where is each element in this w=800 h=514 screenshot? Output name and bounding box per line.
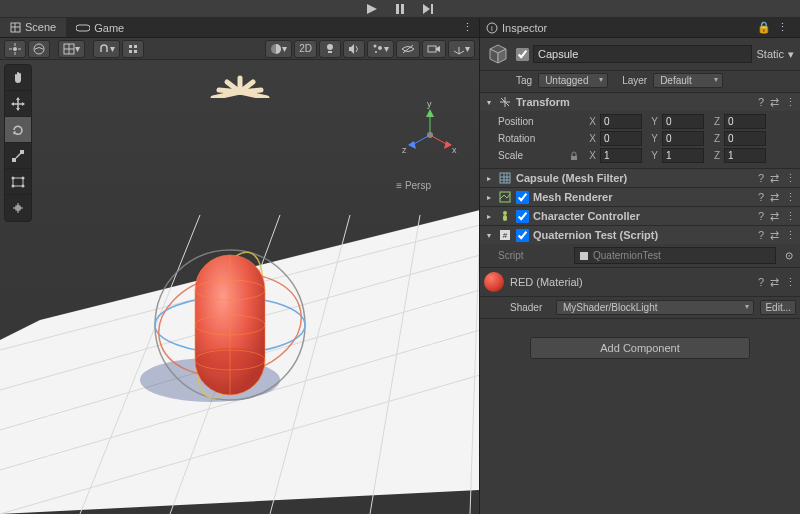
transform-header[interactable]: ▾ Transform ?⇄⋮ — [480, 93, 800, 111]
inspector-menu-icon[interactable]: ⋮ — [771, 21, 794, 34]
rect-tool[interactable] — [5, 169, 31, 195]
transform-tool[interactable] — [5, 195, 31, 221]
rotation-y[interactable] — [662, 131, 704, 146]
tab-game[interactable]: Game — [66, 18, 134, 37]
lighting-button[interactable] — [319, 40, 341, 58]
tab-menu-icon[interactable]: ⋮ — [456, 21, 479, 34]
mesh-renderer-icon — [498, 190, 512, 204]
loading-rays-icon — [205, 62, 275, 98]
step-button[interactable] — [420, 2, 436, 16]
help-icon[interactable]: ? — [758, 96, 764, 109]
position-z[interactable] — [724, 114, 766, 129]
2d-button[interactable]: 2D — [294, 40, 317, 58]
position-x[interactable] — [600, 114, 642, 129]
svg-marker-3 — [423, 4, 430, 14]
svg-text:x: x — [452, 145, 457, 155]
svg-marker-54 — [426, 109, 434, 117]
edit-shader-button[interactable]: Edit... — [760, 300, 796, 315]
gameobject-icon[interactable] — [486, 42, 510, 66]
increment-button[interactable] — [122, 40, 144, 58]
fx-button[interactable]: ▾ — [367, 40, 394, 58]
character-controller-icon — [498, 209, 512, 223]
play-button[interactable] — [364, 2, 380, 16]
menu-icon[interactable]: ⋮ — [785, 96, 796, 109]
quaternion-test-header[interactable]: ▾ # Quaternion Test (Script) ?⇄⋮ — [480, 226, 800, 244]
scale-y[interactable] — [662, 148, 704, 163]
svg-point-9 — [13, 47, 17, 51]
hand-tool[interactable] — [5, 65, 31, 91]
svg-point-25 — [375, 51, 377, 53]
object-active-checkbox[interactable] — [516, 48, 529, 61]
object-name-field[interactable] — [533, 45, 752, 63]
local-button[interactable] — [28, 40, 50, 58]
svg-text:#: # — [503, 231, 508, 240]
rotation-z[interactable] — [724, 131, 766, 146]
projection-label[interactable]: ≡ Persp — [396, 180, 431, 191]
object-picker-icon[interactable]: ⊙ — [782, 250, 796, 261]
audio-button[interactable] — [343, 40, 365, 58]
mesh-filter-header[interactable]: ▸ Capsule (Mesh Filter) ?⇄⋮ — [480, 169, 800, 187]
svg-rect-20 — [129, 50, 132, 53]
transform-icon — [498, 95, 512, 109]
script-icon: # — [498, 228, 512, 242]
hidden-button[interactable] — [396, 40, 420, 58]
svg-rect-80 — [13, 178, 23, 186]
inspector-header: i Inspector 🔒 ⋮ — [480, 18, 800, 38]
tag-label: Tag — [516, 75, 532, 86]
svg-line-57 — [412, 135, 430, 145]
svg-point-82 — [22, 176, 25, 179]
position-y[interactable] — [662, 114, 704, 129]
script-file-icon — [579, 251, 589, 261]
tab-scene[interactable]: Scene — [0, 18, 66, 37]
scale-tool[interactable] — [5, 143, 31, 169]
camera-button[interactable] — [422, 40, 446, 58]
character-controller-checkbox[interactable] — [516, 210, 529, 223]
snap-button[interactable]: ▾ — [93, 40, 120, 58]
scale-lock-icon[interactable] — [568, 151, 580, 161]
object-header: Static ▾ — [480, 38, 800, 71]
tool-palette — [4, 64, 32, 222]
quaternion-test-checkbox[interactable] — [516, 229, 529, 242]
pivot-button[interactable] — [4, 40, 26, 58]
preset-icon[interactable]: ⇄ — [770, 96, 779, 109]
svg-point-23 — [374, 44, 377, 47]
position-label: Position — [484, 116, 564, 127]
scale-z[interactable] — [724, 148, 766, 163]
material-header[interactable]: RED (Material) ?⇄⋮ — [480, 268, 800, 297]
shading-button[interactable]: ▾ — [265, 40, 292, 58]
svg-point-83 — [12, 184, 15, 187]
character-controller-header[interactable]: ▸ Character Controller ?⇄⋮ — [480, 207, 800, 225]
mesh-renderer-checkbox[interactable] — [516, 191, 529, 204]
static-toggle[interactable]: Static ▾ — [756, 48, 794, 61]
mesh-renderer-header[interactable]: ▸ Mesh Renderer ?⇄⋮ — [480, 188, 800, 206]
scale-x[interactable] — [600, 148, 642, 163]
svg-text:y: y — [427, 99, 432, 109]
tag-dropdown[interactable]: Untagged — [538, 73, 608, 88]
svg-rect-8 — [76, 25, 90, 31]
layer-label: Layer — [622, 75, 647, 86]
move-tool[interactable] — [5, 91, 31, 117]
pause-button[interactable] — [392, 2, 408, 16]
rotation-x[interactable] — [600, 131, 642, 146]
svg-rect-77 — [12, 158, 16, 162]
gizmos-button[interactable]: ▾ — [448, 40, 475, 58]
grid-button[interactable]: ▾ — [58, 40, 85, 58]
svg-line-55 — [430, 135, 448, 145]
add-component-button[interactable]: Add Component — [530, 337, 750, 359]
svg-rect-27 — [428, 46, 436, 52]
svg-marker-74 — [11, 102, 14, 106]
svg-rect-2 — [401, 4, 404, 14]
inspector-title: Inspector — [502, 22, 547, 34]
rotate-tool[interactable] — [5, 117, 31, 143]
svg-rect-107 — [580, 252, 588, 260]
svg-marker-58 — [408, 141, 416, 149]
quaternion-test-component: ▾ # Quaternion Test (Script) ?⇄⋮ Script … — [480, 226, 800, 268]
scene-viewport[interactable]: x y z ≡ Persp — [0, 60, 479, 514]
svg-text:i: i — [491, 24, 493, 33]
svg-rect-104 — [503, 215, 507, 221]
svg-rect-96 — [571, 156, 577, 160]
shader-dropdown[interactable]: MyShader/BlockLight — [556, 300, 754, 315]
lock-icon[interactable]: 🔒 — [757, 21, 771, 34]
layer-dropdown[interactable]: Default — [653, 73, 723, 88]
playback-controls — [0, 0, 800, 18]
